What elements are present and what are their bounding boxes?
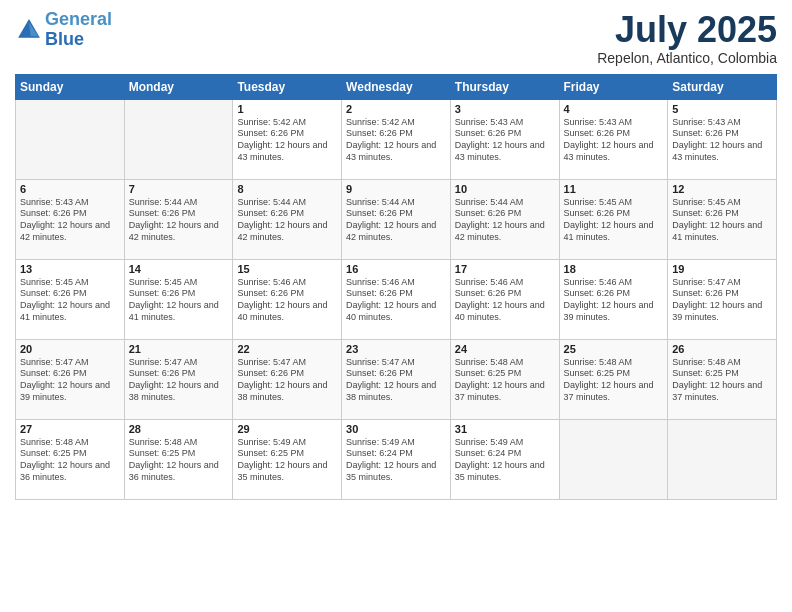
calendar-day-header: Sunday bbox=[16, 74, 125, 99]
page: General Blue July 2025 Repelon, Atlantic… bbox=[0, 0, 792, 612]
calendar-header-row: SundayMondayTuesdayWednesdayThursdayFrid… bbox=[16, 74, 777, 99]
day-number: 21 bbox=[129, 343, 229, 355]
day-info: Sunrise: 5:46 AM Sunset: 6:26 PM Dayligh… bbox=[237, 277, 337, 324]
calendar-cell: 22Sunrise: 5:47 AM Sunset: 6:26 PM Dayli… bbox=[233, 339, 342, 419]
day-number: 4 bbox=[564, 103, 664, 115]
day-info: Sunrise: 5:48 AM Sunset: 6:25 PM Dayligh… bbox=[672, 357, 772, 404]
day-number: 24 bbox=[455, 343, 555, 355]
calendar-cell bbox=[668, 419, 777, 499]
day-info: Sunrise: 5:47 AM Sunset: 6:26 PM Dayligh… bbox=[346, 357, 446, 404]
calendar-cell: 27Sunrise: 5:48 AM Sunset: 6:25 PM Dayli… bbox=[16, 419, 125, 499]
day-info: Sunrise: 5:47 AM Sunset: 6:26 PM Dayligh… bbox=[237, 357, 337, 404]
calendar-cell: 19Sunrise: 5:47 AM Sunset: 6:26 PM Dayli… bbox=[668, 259, 777, 339]
day-info: Sunrise: 5:43 AM Sunset: 6:26 PM Dayligh… bbox=[20, 197, 120, 244]
calendar-cell: 28Sunrise: 5:48 AM Sunset: 6:25 PM Dayli… bbox=[124, 419, 233, 499]
day-info: Sunrise: 5:44 AM Sunset: 6:26 PM Dayligh… bbox=[237, 197, 337, 244]
day-info: Sunrise: 5:45 AM Sunset: 6:26 PM Dayligh… bbox=[672, 197, 772, 244]
calendar-cell: 8Sunrise: 5:44 AM Sunset: 6:26 PM Daylig… bbox=[233, 179, 342, 259]
day-number: 31 bbox=[455, 423, 555, 435]
calendar-cell bbox=[124, 99, 233, 179]
day-info: Sunrise: 5:43 AM Sunset: 6:26 PM Dayligh… bbox=[564, 117, 664, 164]
day-info: Sunrise: 5:49 AM Sunset: 6:24 PM Dayligh… bbox=[346, 437, 446, 484]
day-number: 8 bbox=[237, 183, 337, 195]
main-title: July 2025 bbox=[597, 10, 777, 50]
calendar-cell: 16Sunrise: 5:46 AM Sunset: 6:26 PM Dayli… bbox=[342, 259, 451, 339]
calendar-cell: 14Sunrise: 5:45 AM Sunset: 6:26 PM Dayli… bbox=[124, 259, 233, 339]
day-number: 30 bbox=[346, 423, 446, 435]
calendar-cell: 21Sunrise: 5:47 AM Sunset: 6:26 PM Dayli… bbox=[124, 339, 233, 419]
day-number: 16 bbox=[346, 263, 446, 275]
day-number: 11 bbox=[564, 183, 664, 195]
calendar-cell: 18Sunrise: 5:46 AM Sunset: 6:26 PM Dayli… bbox=[559, 259, 668, 339]
day-number: 25 bbox=[564, 343, 664, 355]
calendar-cell: 30Sunrise: 5:49 AM Sunset: 6:24 PM Dayli… bbox=[342, 419, 451, 499]
day-info: Sunrise: 5:46 AM Sunset: 6:26 PM Dayligh… bbox=[455, 277, 555, 324]
calendar-day-header: Monday bbox=[124, 74, 233, 99]
calendar-cell: 23Sunrise: 5:47 AM Sunset: 6:26 PM Dayli… bbox=[342, 339, 451, 419]
day-info: Sunrise: 5:43 AM Sunset: 6:26 PM Dayligh… bbox=[672, 117, 772, 164]
calendar-day-header: Thursday bbox=[450, 74, 559, 99]
calendar-cell: 4Sunrise: 5:43 AM Sunset: 6:26 PM Daylig… bbox=[559, 99, 668, 179]
day-number: 7 bbox=[129, 183, 229, 195]
day-number: 22 bbox=[237, 343, 337, 355]
calendar-cell: 10Sunrise: 5:44 AM Sunset: 6:26 PM Dayli… bbox=[450, 179, 559, 259]
day-number: 6 bbox=[20, 183, 120, 195]
calendar-week-row: 27Sunrise: 5:48 AM Sunset: 6:25 PM Dayli… bbox=[16, 419, 777, 499]
day-number: 14 bbox=[129, 263, 229, 275]
calendar-week-row: 20Sunrise: 5:47 AM Sunset: 6:26 PM Dayli… bbox=[16, 339, 777, 419]
day-number: 15 bbox=[237, 263, 337, 275]
day-number: 12 bbox=[672, 183, 772, 195]
logo-general: General bbox=[45, 9, 112, 29]
day-info: Sunrise: 5:42 AM Sunset: 6:26 PM Dayligh… bbox=[346, 117, 446, 164]
day-number: 29 bbox=[237, 423, 337, 435]
day-number: 28 bbox=[129, 423, 229, 435]
calendar-cell bbox=[559, 419, 668, 499]
day-number: 23 bbox=[346, 343, 446, 355]
calendar-table: SundayMondayTuesdayWednesdayThursdayFrid… bbox=[15, 74, 777, 500]
calendar-cell bbox=[16, 99, 125, 179]
calendar-cell: 9Sunrise: 5:44 AM Sunset: 6:26 PM Daylig… bbox=[342, 179, 451, 259]
day-info: Sunrise: 5:45 AM Sunset: 6:26 PM Dayligh… bbox=[20, 277, 120, 324]
calendar-day-header: Wednesday bbox=[342, 74, 451, 99]
calendar-cell: 7Sunrise: 5:44 AM Sunset: 6:26 PM Daylig… bbox=[124, 179, 233, 259]
day-number: 18 bbox=[564, 263, 664, 275]
day-info: Sunrise: 5:46 AM Sunset: 6:26 PM Dayligh… bbox=[346, 277, 446, 324]
day-info: Sunrise: 5:44 AM Sunset: 6:26 PM Dayligh… bbox=[129, 197, 229, 244]
day-info: Sunrise: 5:47 AM Sunset: 6:26 PM Dayligh… bbox=[672, 277, 772, 324]
calendar-cell: 12Sunrise: 5:45 AM Sunset: 6:26 PM Dayli… bbox=[668, 179, 777, 259]
calendar-day-header: Friday bbox=[559, 74, 668, 99]
calendar-day-header: Tuesday bbox=[233, 74, 342, 99]
day-number: 2 bbox=[346, 103, 446, 115]
calendar-cell: 6Sunrise: 5:43 AM Sunset: 6:26 PM Daylig… bbox=[16, 179, 125, 259]
day-number: 5 bbox=[672, 103, 772, 115]
calendar-week-row: 1Sunrise: 5:42 AM Sunset: 6:26 PM Daylig… bbox=[16, 99, 777, 179]
calendar-week-row: 13Sunrise: 5:45 AM Sunset: 6:26 PM Dayli… bbox=[16, 259, 777, 339]
calendar-cell: 17Sunrise: 5:46 AM Sunset: 6:26 PM Dayli… bbox=[450, 259, 559, 339]
logo: General Blue bbox=[15, 10, 112, 50]
day-info: Sunrise: 5:48 AM Sunset: 6:25 PM Dayligh… bbox=[455, 357, 555, 404]
subtitle: Repelon, Atlantico, Colombia bbox=[597, 50, 777, 66]
day-info: Sunrise: 5:44 AM Sunset: 6:26 PM Dayligh… bbox=[455, 197, 555, 244]
day-number: 1 bbox=[237, 103, 337, 115]
day-info: Sunrise: 5:45 AM Sunset: 6:26 PM Dayligh… bbox=[129, 277, 229, 324]
day-number: 19 bbox=[672, 263, 772, 275]
calendar-cell: 2Sunrise: 5:42 AM Sunset: 6:26 PM Daylig… bbox=[342, 99, 451, 179]
day-info: Sunrise: 5:44 AM Sunset: 6:26 PM Dayligh… bbox=[346, 197, 446, 244]
day-info: Sunrise: 5:45 AM Sunset: 6:26 PM Dayligh… bbox=[564, 197, 664, 244]
calendar-cell: 24Sunrise: 5:48 AM Sunset: 6:25 PM Dayli… bbox=[450, 339, 559, 419]
calendar-cell: 25Sunrise: 5:48 AM Sunset: 6:25 PM Dayli… bbox=[559, 339, 668, 419]
day-info: Sunrise: 5:46 AM Sunset: 6:26 PM Dayligh… bbox=[564, 277, 664, 324]
calendar-cell: 15Sunrise: 5:46 AM Sunset: 6:26 PM Dayli… bbox=[233, 259, 342, 339]
calendar-week-row: 6Sunrise: 5:43 AM Sunset: 6:26 PM Daylig… bbox=[16, 179, 777, 259]
day-number: 26 bbox=[672, 343, 772, 355]
calendar-cell: 1Sunrise: 5:42 AM Sunset: 6:26 PM Daylig… bbox=[233, 99, 342, 179]
header: General Blue July 2025 Repelon, Atlantic… bbox=[15, 10, 777, 66]
day-number: 27 bbox=[20, 423, 120, 435]
logo-blue: Blue bbox=[45, 29, 84, 49]
day-number: 3 bbox=[455, 103, 555, 115]
day-info: Sunrise: 5:48 AM Sunset: 6:25 PM Dayligh… bbox=[20, 437, 120, 484]
calendar-cell: 20Sunrise: 5:47 AM Sunset: 6:26 PM Dayli… bbox=[16, 339, 125, 419]
calendar-cell: 31Sunrise: 5:49 AM Sunset: 6:24 PM Dayli… bbox=[450, 419, 559, 499]
day-info: Sunrise: 5:47 AM Sunset: 6:26 PM Dayligh… bbox=[129, 357, 229, 404]
title-block: July 2025 Repelon, Atlantico, Colombia bbox=[597, 10, 777, 66]
